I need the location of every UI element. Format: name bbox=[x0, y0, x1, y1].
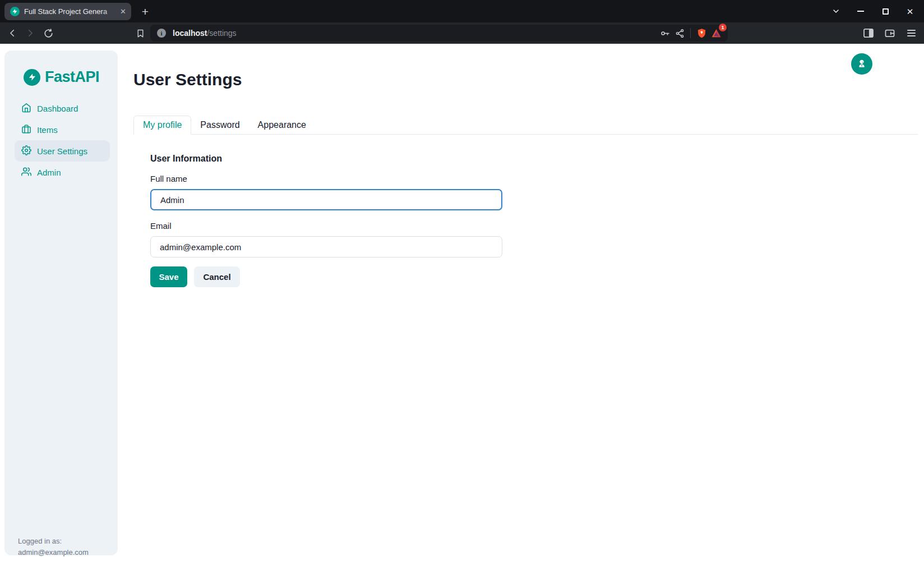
sidebar: FastAPI Dashboard Items bbox=[4, 50, 118, 555]
sidebar-item-label: Admin bbox=[37, 168, 61, 177]
sidebar-item-dashboard[interactable]: Dashboard bbox=[15, 98, 110, 119]
tab-appearance[interactable]: Appearance bbox=[249, 116, 315, 135]
url-path: /settings bbox=[207, 29, 236, 38]
close-tab-icon[interactable]: ✕ bbox=[120, 8, 126, 15]
page-title: User Settings bbox=[133, 70, 242, 89]
sidebar-item-user-settings[interactable]: User Settings bbox=[15, 140, 110, 162]
app-page: FastAPI Dashboard Items bbox=[0, 44, 924, 575]
full-name-input[interactable] bbox=[150, 189, 502, 210]
fastapi-logo: FastAPI bbox=[24, 68, 99, 86]
rewards-badge: 1 bbox=[719, 24, 727, 31]
logged-in-info: Logged in as: admin@example.com bbox=[18, 536, 89, 558]
gear-icon bbox=[21, 145, 31, 157]
maximize-button[interactable] bbox=[879, 5, 891, 17]
full-name-label: Full name bbox=[150, 174, 187, 183]
brave-shield-icon[interactable] bbox=[694, 26, 709, 40]
email-label: Email bbox=[150, 221, 172, 231]
user-menu-button[interactable] bbox=[851, 53, 872, 75]
sidebar-item-admin[interactable]: Admin bbox=[15, 162, 110, 183]
email-input[interactable] bbox=[150, 236, 502, 257]
brave-rewards-icon[interactable]: 1 bbox=[709, 26, 723, 40]
close-window-button[interactable]: ✕ bbox=[904, 5, 916, 17]
password-key-icon[interactable] bbox=[658, 26, 672, 40]
logo-text: FastAPI bbox=[45, 68, 99, 86]
back-button[interactable] bbox=[6, 26, 19, 40]
forward-button[interactable] bbox=[24, 26, 37, 40]
bookmark-icon[interactable] bbox=[133, 26, 147, 40]
tab-my-profile[interactable]: My profile bbox=[133, 116, 191, 135]
briefcase-icon bbox=[21, 124, 31, 136]
users-icon bbox=[21, 167, 31, 178]
fastapi-bolt-icon bbox=[24, 69, 40, 86]
toolbar-right bbox=[861, 26, 918, 40]
new-tab-button[interactable]: + bbox=[137, 3, 154, 20]
tab-password[interactable]: Password bbox=[191, 116, 248, 135]
url-host: localhost bbox=[173, 29, 207, 38]
tab-title-fade bbox=[103, 3, 118, 20]
sidebar-nav: Dashboard Items User Settings bbox=[15, 98, 110, 183]
tab-search-chevron-icon[interactable] bbox=[830, 5, 842, 17]
section-title: User Information bbox=[150, 154, 222, 164]
menu-icon[interactable] bbox=[904, 26, 918, 40]
browser-window: Full Stack Project Genera ✕ + ✕ bbox=[0, 0, 924, 575]
share-icon[interactable] bbox=[672, 26, 687, 40]
sidebar-item-label: Items bbox=[37, 125, 58, 135]
window-controls: ✕ bbox=[830, 0, 924, 22]
toolbar-divider bbox=[690, 28, 691, 38]
address-bar[interactable]: i localhost/settings 1 bbox=[150, 25, 728, 42]
settings-tabs: My profile Password Appearance bbox=[133, 116, 315, 135]
tab-title: Full Stack Project Genera bbox=[24, 7, 108, 16]
logged-in-label: Logged in as: bbox=[18, 536, 89, 547]
sidebar-item-label: Dashboard bbox=[37, 104, 78, 113]
sidebar-item-items[interactable]: Items bbox=[15, 119, 110, 140]
cancel-button[interactable]: Cancel bbox=[194, 266, 240, 287]
user-avatar-icon bbox=[856, 58, 867, 71]
sidebar-item-label: User Settings bbox=[37, 146, 87, 156]
browser-tab[interactable]: Full Stack Project Genera ✕ bbox=[4, 3, 131, 20]
side-panel-icon[interactable] bbox=[861, 26, 876, 40]
fastapi-favicon-icon bbox=[10, 7, 20, 16]
logged-in-email: admin@example.com bbox=[18, 547, 89, 558]
maximize-icon bbox=[883, 8, 889, 15]
home-icon bbox=[21, 103, 31, 114]
save-button[interactable]: Save bbox=[150, 266, 187, 287]
reload-button[interactable] bbox=[41, 26, 55, 40]
url-text: localhost/settings bbox=[173, 29, 237, 38]
site-info-icon[interactable]: i bbox=[157, 29, 166, 38]
wallet-icon[interactable] bbox=[883, 26, 897, 40]
browser-toolbar: i localhost/settings 1 bbox=[0, 22, 924, 44]
minimize-button[interactable] bbox=[854, 5, 867, 17]
tab-strip: Full Stack Project Genera ✕ + ✕ bbox=[0, 0, 924, 22]
minimize-icon bbox=[857, 11, 864, 12]
